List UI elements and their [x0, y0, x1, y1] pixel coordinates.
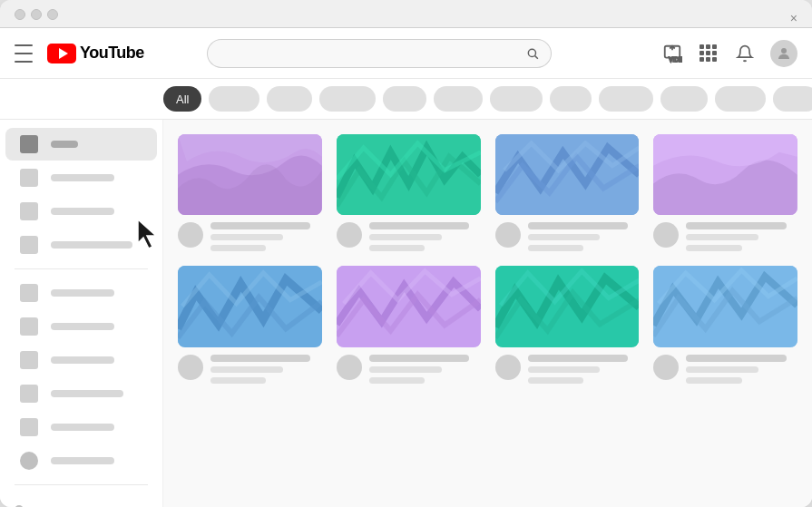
category-pill-3[interactable] [319, 86, 376, 112]
sidebar-item-subscriptions[interactable] [5, 229, 157, 261]
category-pill-11[interactable] [773, 86, 812, 112]
svg-point-0 [528, 49, 535, 56]
category-pill-2[interactable] [267, 86, 312, 112]
video-thumbnail-1 [178, 134, 322, 215]
category-pill-7[interactable] [550, 86, 592, 112]
video-avatar-8 [653, 355, 679, 380]
video-card-8[interactable] [653, 266, 797, 383]
video-info-6 [369, 355, 481, 384]
category-pill-4[interactable] [383, 86, 426, 112]
apps-grid-icon[interactable] [698, 43, 719, 64]
category-pill-5[interactable] [434, 86, 483, 112]
video-card-3[interactable] [495, 134, 640, 251]
video-info-7 [528, 355, 640, 384]
sidebar [0, 120, 163, 507]
video-title-7 [528, 355, 628, 362]
video-info-1 [210, 222, 322, 251]
video-info-4 [686, 222, 797, 251]
sidebar-item-clips[interactable] [5, 411, 157, 444]
search-button[interactable] [515, 39, 552, 68]
close-button[interactable]: × [790, 11, 797, 25]
shorts-icon [20, 202, 38, 220]
minimize-traffic-light[interactable] [31, 9, 42, 20]
video-meta-3 [495, 222, 640, 251]
video-meta-6 [337, 355, 481, 384]
chevron-down-icon [20, 452, 38, 470]
menu-icon[interactable] [15, 44, 33, 63]
video-card-5[interactable] [178, 266, 322, 383]
header-actions: VIDEO [661, 40, 797, 67]
close-traffic-light[interactable] [15, 9, 25, 20]
sidebar-item-shorts[interactable] [5, 195, 157, 228]
search-input[interactable] [207, 39, 515, 68]
history-icon [20, 317, 38, 336]
categories-bar: All [0, 79, 812, 120]
sidebar-divider-2 [15, 484, 148, 485]
video-avatar-2 [337, 222, 362, 248]
category-pill-9[interactable] [660, 86, 708, 112]
sidebar-item-home[interactable] [5, 128, 157, 161]
category-pill-1[interactable] [209, 86, 259, 112]
video-sub-6 [369, 366, 442, 373]
video-info-5 [210, 355, 322, 384]
youtube-logo-text: YouTube [80, 44, 144, 63]
upload-icon[interactable]: VIDEO [661, 43, 683, 64]
video-sub2-5 [210, 377, 266, 384]
video-card-1[interactable] [178, 134, 322, 251]
video-thumbnail-3 [495, 134, 640, 215]
video-meta-5 [178, 355, 322, 384]
subscriptions-icon [20, 236, 38, 254]
video-info-8 [686, 355, 797, 384]
sidebar-item-watch-later[interactable] [5, 377, 157, 410]
watch-later-icon [20, 385, 38, 403]
video-card-4[interactable] [653, 134, 797, 251]
video-avatar-3 [495, 222, 521, 248]
video-meta-4 [653, 222, 797, 251]
video-sub2-1 [210, 245, 266, 251]
video-card-2[interactable] [337, 134, 481, 251]
video-title-4 [686, 222, 786, 229]
video-card-7[interactable] [495, 266, 640, 383]
sidebar-item-history[interactable] [5, 310, 157, 343]
video-title-8 [686, 355, 786, 362]
video-meta-2 [337, 222, 481, 251]
maximize-traffic-light[interactable] [47, 9, 58, 20]
sidebar-bottom-item-1[interactable] [15, 500, 148, 507]
avatar[interactable] [770, 40, 797, 67]
category-pill-6[interactable] [490, 86, 543, 112]
sidebar-item-library[interactable] [5, 277, 157, 309]
svg-text:VIDEO: VIDEO [669, 56, 682, 63]
video-sub-8 [686, 366, 758, 373]
video-avatar-5 [178, 355, 203, 380]
search-bar [207, 39, 552, 68]
body-wrapper [0, 120, 812, 507]
sidebar-bottom-section [0, 492, 162, 507]
video-thumbnail-6 [337, 266, 481, 346]
main-content [163, 120, 812, 507]
video-title-5 [210, 355, 310, 362]
video-sub2-2 [369, 245, 425, 251]
search-icon [526, 47, 539, 60]
video-thumbnail-5 [178, 266, 322, 346]
video-sub-2 [369, 234, 442, 240]
youtube-header: YouTube VIDEO [0, 28, 812, 79]
sidebar-item-explore[interactable] [5, 161, 157, 194]
video-sub-1 [210, 234, 283, 240]
category-pill-10[interactable] [715, 86, 766, 112]
category-pill-all[interactable]: All [163, 86, 201, 112]
sidebar-item-show-more[interactable] [5, 444, 157, 477]
video-title-3 [528, 222, 628, 229]
video-sub-7 [528, 366, 601, 373]
video-sub2-7 [528, 377, 583, 384]
video-card-6[interactable] [337, 266, 481, 383]
your-videos-icon [20, 351, 38, 369]
category-pill-8[interactable] [599, 86, 653, 112]
sidebar-item-your-videos[interactable] [5, 344, 157, 376]
youtube-logo[interactable]: YouTube [47, 44, 144, 63]
video-sub-3 [528, 234, 601, 240]
video-avatar-4 [653, 222, 679, 248]
notifications-icon[interactable] [734, 43, 756, 64]
video-title-2 [369, 222, 469, 229]
video-avatar-7 [495, 355, 521, 380]
video-thumbnail-8 [653, 266, 797, 346]
